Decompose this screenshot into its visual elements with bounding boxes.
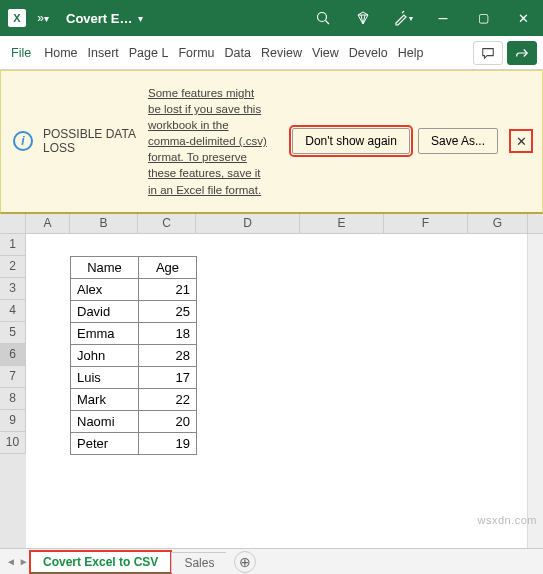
message-title: POSSIBLE DATA LOSS — [43, 127, 138, 155]
window-close-button[interactable] — [503, 0, 543, 36]
row-headers: 12345678910 — [0, 234, 26, 548]
table-row[interactable]: Alex21 — [71, 278, 197, 300]
cell-name[interactable]: Peter — [71, 432, 139, 454]
cell-age[interactable]: 19 — [139, 432, 197, 454]
col-header[interactable]: D — [196, 214, 300, 233]
cell-age[interactable]: 20 — [139, 410, 197, 432]
spreadsheet-grid: A B C D E F G 12345678910 Name Age Alex2… — [0, 214, 543, 548]
row-header[interactable]: 3 — [0, 278, 26, 300]
message-body[interactable]: Some features might be lost if you save … — [148, 85, 268, 198]
tab-insert[interactable]: Insert — [83, 36, 124, 69]
col-header[interactable]: C — [138, 214, 196, 233]
tab-data[interactable]: Data — [220, 36, 256, 69]
row-header[interactable]: 9 — [0, 410, 26, 432]
cell-age[interactable]: 17 — [139, 366, 197, 388]
title-chevron-icon[interactable]: ▾ — [138, 13, 143, 24]
col-header[interactable]: B — [70, 214, 138, 233]
tab-formulas[interactable]: Formu — [173, 36, 219, 69]
row-header[interactable]: 6 — [0, 344, 26, 366]
table-header-age: Age — [139, 256, 197, 278]
sheet-tab-bar: ◄ ► Covert Excel to CSV Sales ⊕ — [0, 548, 543, 574]
table-row[interactable]: Naomi20 — [71, 410, 197, 432]
table-header-name: Name — [71, 256, 139, 278]
cell-age[interactable]: 25 — [139, 300, 197, 322]
tab-review[interactable]: Review — [256, 36, 307, 69]
tab-home[interactable]: Home — [39, 36, 82, 69]
row-header[interactable]: 8 — [0, 388, 26, 410]
svg-line-1 — [326, 21, 330, 25]
table-row[interactable]: Mark22 — [71, 388, 197, 410]
cell-name[interactable]: Emma — [71, 322, 139, 344]
row-header[interactable]: 1 — [0, 234, 26, 256]
tab-developer[interactable]: Develo — [344, 36, 393, 69]
watermark: wsxdn.com — [477, 514, 537, 526]
cell-age[interactable]: 22 — [139, 388, 197, 410]
col-header[interactable]: E — [300, 214, 384, 233]
row-header[interactable]: 4 — [0, 300, 26, 322]
table-row[interactable]: Emma18 — [71, 322, 197, 344]
row-header[interactable]: 10 — [0, 432, 26, 454]
excel-app-icon: X — [8, 9, 26, 27]
tab-help[interactable]: Help — [393, 36, 429, 69]
sheet-tab-active[interactable]: Covert Excel to CSV — [30, 551, 171, 574]
data-table: Name Age Alex21David25Emma18John28Luis17… — [70, 256, 197, 455]
cells-area[interactable]: Name Age Alex21David25Emma18John28Luis17… — [26, 234, 543, 548]
cell-name[interactable]: Luis — [71, 366, 139, 388]
table-row[interactable]: Luis17 — [71, 366, 197, 388]
add-sheet-button[interactable]: ⊕ — [234, 551, 256, 573]
qat-more-icon[interactable]: »▾ — [32, 7, 54, 29]
save-as-button[interactable]: Save As... — [418, 128, 498, 154]
search-icon[interactable] — [303, 0, 343, 36]
row-header[interactable]: 5 — [0, 322, 26, 344]
maximize-button[interactable] — [463, 0, 503, 36]
comments-button[interactable] — [473, 41, 503, 65]
cell-name[interactable]: John — [71, 344, 139, 366]
vertical-scrollbar[interactable] — [527, 234, 543, 548]
ribbon-tabs: File Home Insert Page L Formu Data Revie… — [0, 36, 543, 70]
cell-age[interactable]: 28 — [139, 344, 197, 366]
document-title: Covert E… — [66, 11, 132, 26]
column-headers: A B C D E F G — [0, 214, 543, 234]
dont-show-again-button[interactable]: Don't show again — [292, 128, 410, 154]
select-all-corner[interactable] — [0, 214, 26, 233]
info-icon: i — [13, 131, 33, 151]
cell-name[interactable]: Alex — [71, 278, 139, 300]
row-header[interactable]: 7 — [0, 366, 26, 388]
col-header[interactable]: F — [384, 214, 468, 233]
cell-name[interactable]: David — [71, 300, 139, 322]
tab-view[interactable]: View — [307, 36, 344, 69]
diamond-icon[interactable] — [343, 0, 383, 36]
table-row[interactable]: David25 — [71, 300, 197, 322]
row-header[interactable]: 2 — [0, 256, 26, 278]
pen-icon[interactable]: ▾ — [383, 0, 423, 36]
message-bar: i POSSIBLE DATA LOSS Some features might… — [0, 70, 543, 214]
tab-page-layout[interactable]: Page L — [124, 36, 174, 69]
cell-age[interactable]: 18 — [139, 322, 197, 344]
col-header[interactable]: G — [468, 214, 528, 233]
sheet-tab[interactable]: Sales — [171, 552, 226, 573]
message-close-button[interactable]: ✕ — [512, 132, 530, 150]
title-bar: X »▾ Covert E… ▾ ▾ — [0, 0, 543, 36]
tab-file[interactable]: File — [6, 36, 39, 69]
cell-name[interactable]: Mark — [71, 388, 139, 410]
table-row[interactable]: John28 — [71, 344, 197, 366]
sheet-nav-icons[interactable]: ◄ ► — [6, 556, 29, 567]
table-row[interactable]: Peter19 — [71, 432, 197, 454]
cell-age[interactable]: 21 — [139, 278, 197, 300]
share-button[interactable] — [507, 41, 537, 65]
minimize-button[interactable] — [423, 0, 463, 36]
col-header[interactable]: A — [26, 214, 70, 233]
cell-name[interactable]: Naomi — [71, 410, 139, 432]
svg-point-0 — [318, 13, 327, 22]
